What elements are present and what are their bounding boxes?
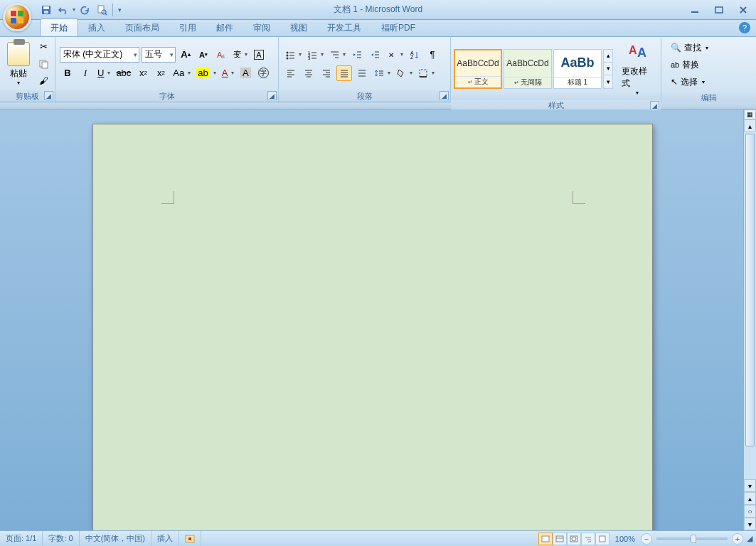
paste-button[interactable]: 粘贴 ▾ [3,39,34,89]
status-insert-mode[interactable]: 插入 [151,531,179,546]
scroll-up-button[interactable]: ▴ [744,119,756,132]
undo-button[interactable] [55,2,71,18]
clipboard-group-label: 剪贴板◢ [0,90,55,102]
view-draft[interactable] [595,532,609,545]
document-viewport[interactable] [0,109,743,530]
copy-button[interactable] [36,56,51,72]
status-words[interactable]: 字数: 0 [43,531,79,546]
style-no-spacing[interactable]: AaBbCcDd ↵无间隔 [504,49,552,89]
maximize-button[interactable] [710,4,728,16]
tab-view[interactable]: 视图 [280,19,317,36]
change-styles-button[interactable]: AA 更改样式 ▾ [616,38,658,99]
zoom-out-button[interactable]: − [641,533,652,545]
zoom-in-button[interactable]: + [732,533,743,545]
undo-dropdown[interactable]: ▾ [73,6,75,13]
decrease-indent-button[interactable] [349,47,365,63]
minimize-button[interactable] [686,4,703,16]
shading-button[interactable] [394,65,414,81]
scroll-down-button[interactable]: ▾ [744,479,756,492]
highlight-button[interactable]: ab [194,65,217,81]
subscript-button[interactable]: x2 [135,65,151,81]
tab-foxit-pdf[interactable]: 福昕PDF [371,19,425,36]
bullets-button[interactable] [283,47,303,63]
zoom-thumb[interactable] [691,535,696,543]
status-page[interactable]: 页面: 1/1 [0,531,43,546]
status-macro[interactable] [179,531,201,546]
increase-indent-button[interactable] [367,47,383,63]
replace-button[interactable]: ab替换 [667,57,712,73]
line-spacing-button[interactable] [372,65,392,81]
styles-row-up[interactable]: ▴ [604,50,612,63]
paragraph-launcher[interactable]: ◢ [440,91,449,100]
tab-review[interactable]: 审阅 [243,19,280,36]
zoom-level[interactable]: 100% [609,535,641,543]
styles-expand[interactable]: ▾ [604,75,612,87]
text-direction-button[interactable]: ✕ [385,47,405,63]
redo-button[interactable] [77,2,92,18]
cut-button[interactable]: ✂ [36,39,51,55]
status-language[interactable]: 中文(简体，中国) [80,531,151,546]
print-preview-button[interactable] [94,2,110,18]
styles-row-down[interactable]: ▾ [604,63,612,75]
align-left-button[interactable] [283,65,299,81]
svg-text:a: a [221,53,225,60]
tab-references[interactable]: 引用 [169,19,206,36]
tab-home[interactable]: 开始 [40,18,78,36]
ruler-toggle[interactable]: ▦ [744,109,756,119]
underline-button[interactable]: U [95,65,112,81]
font-name-combo[interactable]: 宋体 (中文正文)▾ [60,47,139,63]
style-heading-1[interactable]: AaBb 标题 1 [553,49,602,89]
borders-button[interactable] [416,65,436,81]
office-button[interactable] [3,3,31,31]
enclose-characters-button[interactable]: 字 [255,65,271,81]
strikethrough-button[interactable]: abc [114,65,133,81]
close-button[interactable] [735,4,752,16]
multilevel-list-button[interactable] [327,47,347,63]
help-button[interactable]: ? [739,22,750,33]
tab-page-layout[interactable]: 页面布局 [115,19,169,36]
view-web-layout[interactable] [567,532,581,545]
align-right-button[interactable] [319,65,334,81]
align-center-button[interactable] [301,65,316,81]
superscript-button[interactable]: x2 [153,65,169,81]
resize-grip[interactable]: ◢ [743,534,756,543]
clear-formatting-button[interactable]: Aa [213,47,229,63]
zoom-slider[interactable] [656,537,728,540]
previous-page-button[interactable]: ▴ [744,492,756,505]
character-shading-button[interactable]: A [238,65,253,81]
format-painter-button[interactable]: 🖌 [36,73,51,89]
next-page-button[interactable]: ▾ [744,518,756,530]
save-button[interactable] [38,2,54,18]
font-launcher[interactable]: ◢ [267,91,277,100]
grow-font-button[interactable]: A▴ [178,47,193,63]
scroll-track[interactable] [744,448,756,479]
shrink-font-button[interactable]: A▾ [196,47,211,63]
tab-insert[interactable]: 插入 [78,19,115,36]
clipboard-launcher[interactable]: ◢ [44,91,53,100]
font-color-button[interactable]: A [220,65,236,81]
sort-button[interactable]: AZ [407,47,422,63]
font-size-combo[interactable]: 五号▾ [142,47,176,63]
qat-customize-dropdown[interactable]: ▾ [116,6,124,14]
character-border-button[interactable]: A [251,47,267,63]
numbering-button[interactable]: 123 [305,47,325,63]
tab-developer[interactable]: 开发工具 [317,19,371,36]
phonetic-guide-button[interactable]: 变 [231,47,249,63]
browse-object-button[interactable]: ○ [744,505,756,518]
change-case-button[interactable]: Aa [171,65,192,81]
distributed-button[interactable] [354,65,370,81]
scroll-thumb[interactable] [745,134,755,446]
view-full-screen[interactable] [553,532,567,545]
tab-mail[interactable]: 邮件 [206,19,243,36]
view-outline[interactable] [581,532,595,545]
justify-button[interactable] [336,65,352,81]
select-button[interactable]: ↖选择▾ [667,74,712,90]
style-normal[interactable]: AaBbCcDd ↵正文 [454,49,502,89]
find-button[interactable]: 🔍查找▾ [667,40,712,55]
page[interactable] [92,124,653,530]
bold-button[interactable]: B [60,65,75,81]
italic-button[interactable]: I [78,65,93,81]
show-marks-button[interactable]: ¶ [425,47,440,63]
view-print-layout[interactable] [538,532,553,545]
style-preview: AaBbCcDd [455,50,501,76]
